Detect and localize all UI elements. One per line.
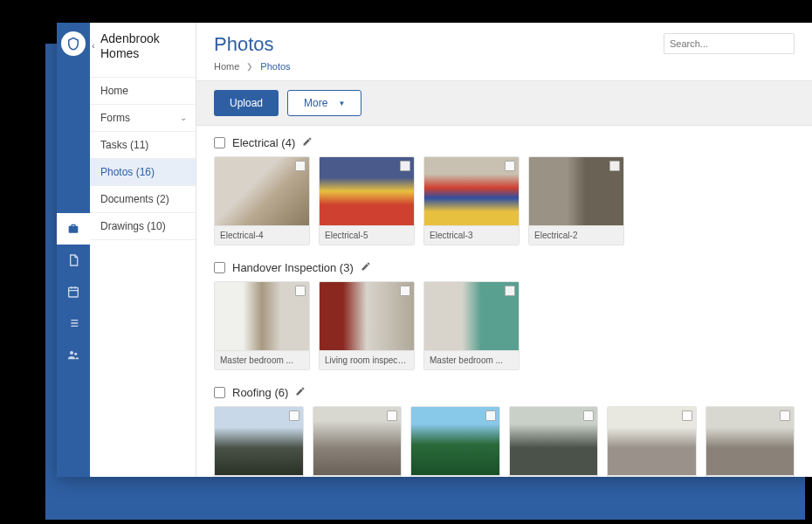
photo-checkbox[interactable]	[583, 410, 594, 421]
nav-drawings[interactable]: Drawings (10)	[90, 213, 196, 240]
photo-caption: Electrical-5	[320, 225, 414, 245]
crumb-home[interactable]: Home	[214, 61, 239, 72]
photo-card[interactable]: Electrical-4	[214, 156, 310, 245]
photo-grid-handover: Master bedroom ... Living room inspectio…	[214, 281, 795, 370]
svg-rect-0	[69, 287, 79, 297]
photo-checkbox[interactable]	[505, 161, 515, 171]
photo-caption: Living room inspection	[320, 350, 414, 369]
section-header-roofing: Roofing (6)	[214, 386, 795, 399]
photo-card[interactable]: Living room inspection	[319, 281, 415, 370]
section-checkbox[interactable]	[214, 387, 225, 398]
photo-checkbox[interactable]	[682, 410, 692, 421]
photo-thumb	[424, 157, 519, 225]
nav-home[interactable]: Home	[90, 77, 196, 105]
edit-icon[interactable]	[361, 261, 371, 274]
nav-forms[interactable]: Forms⌄	[90, 105, 196, 132]
photo-thumb	[320, 282, 414, 350]
org-name: Adenbrook Homes	[100, 31, 187, 61]
photo-caption: Master bedroom ...	[215, 350, 309, 369]
nav-list: Home Forms⌄ Tasks (11) Photos (16) Docum…	[90, 77, 196, 240]
sidebar: ‹ Adenbrook Homes Home Forms⌄ Tasks (11)…	[90, 23, 196, 477]
chevron-right-icon: ❯	[246, 62, 253, 71]
section-header-electrical: Electrical (4)	[214, 136, 795, 149]
topbar: Photos	[196, 23, 812, 61]
photo-card[interactable]: Roof waterproofing-4	[214, 406, 304, 477]
org-header[interactable]: ‹ Adenbrook Homes	[90, 31, 196, 70]
photo-caption: Roof waterproofing-6	[411, 475, 499, 477]
svg-point-2	[74, 353, 77, 355]
photo-grid-roofing: Roof waterproofing-4 Roof-Water proofing…	[214, 406, 795, 477]
icon-rail	[57, 23, 90, 477]
section-checkbox[interactable]	[214, 137, 225, 148]
rail-briefcase-icon[interactable]	[57, 213, 90, 245]
photo-thumb	[411, 407, 499, 475]
photo-checkbox[interactable]	[289, 410, 299, 421]
action-bar: Upload More ▼	[196, 80, 812, 126]
photo-card[interactable]: Master bedroom ...	[423, 281, 520, 370]
photo-caption: Roof waterproofing-2	[608, 475, 696, 477]
edit-icon[interactable]	[295, 386, 306, 399]
photo-caption: Roof waterproofing-4	[215, 475, 303, 477]
section-title: Electrical (4)	[232, 136, 295, 149]
rail-people-icon[interactable]	[57, 339, 90, 370]
photo-thumb	[215, 282, 309, 350]
photo-card[interactable]: Electrical-3	[423, 156, 520, 245]
photo-card[interactable]: Master bedroom ...	[214, 281, 310, 370]
photo-thumb	[313, 407, 402, 475]
photo-thumb	[320, 157, 414, 225]
photo-checkbox[interactable]	[485, 410, 496, 421]
photo-checkbox[interactable]	[387, 410, 397, 421]
photo-checkbox[interactable]	[505, 286, 515, 296]
section-header-handover: Handover Inspection (3)	[214, 261, 795, 274]
dropdown-icon: ▼	[338, 100, 345, 107]
section-title: Roofing (6)	[232, 386, 288, 399]
photo-thumb	[706, 407, 795, 475]
photo-thumb	[215, 157, 309, 225]
page-title: Photos	[214, 33, 274, 56]
upload-button[interactable]: Upload	[214, 90, 279, 116]
photo-grid-electrical: Electrical-4 Electrical-5 Electrical-3 E…	[214, 156, 795, 245]
main-area: Photos Home ❯ Photos Upload More ▼	[196, 23, 812, 477]
photo-caption: Roof waterproofing-5	[510, 475, 598, 477]
search-input[interactable]	[670, 38, 790, 49]
photo-card[interactable]: Roof waterproofing-2	[607, 406, 697, 477]
rail-document-icon[interactable]	[57, 245, 90, 276]
nav-documents[interactable]: Documents (2)	[90, 186, 196, 213]
photo-card[interactable]: Roof-Water proofing-1	[313, 406, 403, 477]
edit-icon[interactable]	[302, 136, 313, 149]
photo-caption: Roof-Water proofing-1	[313, 475, 402, 477]
photo-card[interactable]: Roof waterproofing-5	[509, 406, 599, 477]
photo-card[interactable]: Roof waterproofing-3	[705, 406, 795, 477]
photo-thumb	[215, 407, 303, 475]
photo-caption: Roof waterproofing-3	[706, 475, 795, 477]
photo-checkbox[interactable]	[295, 286, 306, 296]
nav-tasks[interactable]: Tasks (11)	[90, 132, 196, 159]
nav-photos[interactable]: Photos (16)	[90, 159, 196, 186]
more-button[interactable]: More ▼	[287, 90, 361, 116]
rail-calendar-icon[interactable]	[57, 276, 90, 307]
photo-card[interactable]: Electrical-5	[319, 156, 415, 245]
crumb-current: Photos	[260, 61, 290, 72]
back-chevron-icon[interactable]: ‹	[92, 40, 95, 51]
app-window: ‹ Adenbrook Homes Home Forms⌄ Tasks (11)…	[57, 23, 812, 477]
logo-icon	[65, 36, 81, 52]
photo-thumb	[510, 407, 598, 475]
content-scroll[interactable]: Electrical (4) Electrical-4 Electrical-5…	[196, 126, 812, 477]
photo-card[interactable]: Electrical-2	[528, 156, 624, 245]
photo-caption: Electrical-3	[424, 225, 519, 245]
photo-checkbox[interactable]	[609, 161, 620, 171]
search-box[interactable]	[664, 33, 795, 54]
photo-checkbox[interactable]	[400, 161, 410, 171]
photo-checkbox[interactable]	[780, 410, 790, 421]
photo-thumb	[608, 407, 696, 475]
section-checkbox[interactable]	[214, 262, 225, 273]
photo-checkbox[interactable]	[400, 286, 410, 296]
app-logo[interactable]	[61, 31, 86, 56]
section-title: Handover Inspection (3)	[232, 261, 354, 274]
svg-point-1	[70, 351, 73, 355]
breadcrumb: Home ❯ Photos	[196, 61, 812, 80]
photo-card[interactable]: Roof waterproofing-6	[410, 406, 500, 477]
rail-list-icon[interactable]	[57, 307, 90, 339]
photo-checkbox[interactable]	[295, 161, 306, 171]
photo-thumb	[424, 282, 519, 350]
